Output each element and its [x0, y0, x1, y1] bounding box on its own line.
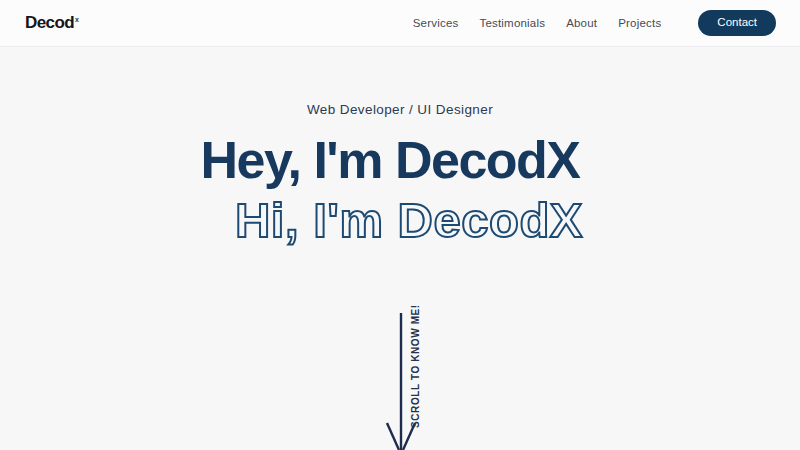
nav-link-projects[interactable]: Projects [618, 17, 661, 29]
hero-subtitle: Web Developer / UI Designer [307, 102, 493, 117]
contact-button[interactable]: Contact [698, 10, 776, 36]
nav-link-services[interactable]: Services [413, 17, 459, 29]
hero-section: Web Developer / UI Designer Hey, I'm Dec… [0, 47, 800, 246]
nav-link-testimonials[interactable]: Testimonials [479, 17, 545, 29]
logo-mark: x [75, 16, 78, 23]
logo[interactable]: Decodx [25, 13, 78, 33]
main-nav: Services Testimonials About Projects Con… [413, 10, 776, 36]
site-header: Decodx Services Testimonials About Proje… [0, 0, 800, 47]
logo-text: Decod [25, 13, 74, 33]
scroll-label: SCROLL TO KNOW ME! [410, 306, 421, 428]
nav-link-about[interactable]: About [566, 17, 597, 29]
hero-title-solid: Hey, I'm DecodX [200, 133, 579, 188]
hero-title-outline: Hi, I'm DecodX [235, 195, 583, 246]
